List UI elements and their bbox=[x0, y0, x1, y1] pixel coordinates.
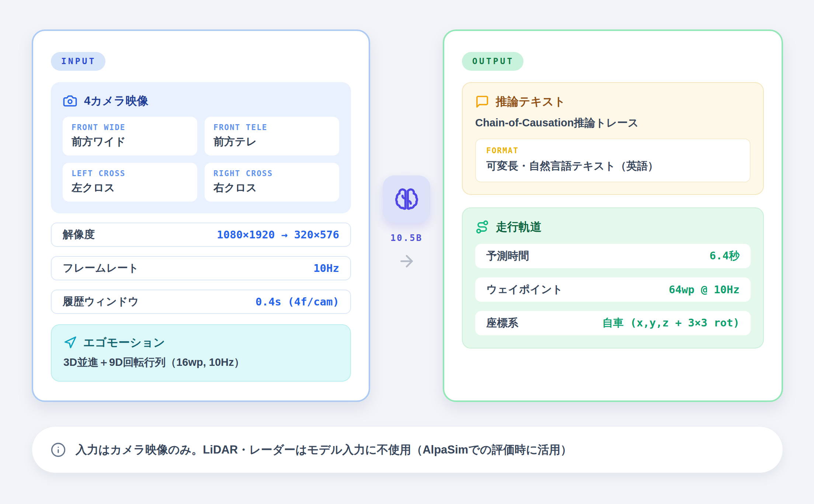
trajectory-section: 走行軌道 予測時間 6.4秒 ウェイポイント 64wp @ 10Hz 座標系 自… bbox=[462, 207, 764, 349]
camera-section-title: 4カメラ映像 bbox=[84, 93, 148, 109]
chat-bubble-icon bbox=[475, 95, 489, 109]
trajectory-row-waypoints: ウェイポイント 64wp @ 10Hz bbox=[475, 277, 751, 302]
model-tile bbox=[383, 175, 430, 223]
trajectory-label: 座標系 bbox=[486, 316, 518, 330]
trajectory-value: 6.4秒 bbox=[710, 249, 740, 263]
camera-card-label: RIGHT CROSS bbox=[213, 169, 330, 178]
spec-row-framerate: フレームレート 10Hz bbox=[51, 256, 351, 280]
camera-card-name: 前方ワイド bbox=[72, 134, 188, 149]
spec-value: 1080×1920 → 320×576 bbox=[217, 228, 339, 241]
route-icon bbox=[475, 220, 489, 234]
spec-row-history-window: 履歴ウィンドウ 0.4s (4f/cam) bbox=[51, 290, 351, 314]
info-circle-icon bbox=[51, 442, 66, 458]
arrow-right-icon bbox=[397, 252, 416, 270]
camera-card-right-cross: RIGHT CROSS 右クロス bbox=[205, 163, 339, 202]
input-badge: INPUT bbox=[51, 52, 105, 71]
ego-motion-section: エゴモーション 3D並進＋9D回転行列（16wp, 10Hz） bbox=[51, 324, 351, 382]
ego-motion-title: エゴモーション bbox=[83, 335, 165, 350]
reasoning-title: 推論テキスト bbox=[496, 94, 566, 109]
camera-card-front-tele: FRONT TELE 前方テレ bbox=[205, 117, 339, 155]
camera-card-name: 前方テレ bbox=[213, 134, 330, 149]
spec-value: 0.4s (4f/cam) bbox=[255, 295, 339, 308]
spec-label: フレームレート bbox=[63, 261, 139, 276]
trajectory-value: 自車 (x,y,z + 3×3 rot) bbox=[602, 316, 740, 330]
trajectory-value: 64wp @ 10Hz bbox=[669, 283, 740, 296]
format-card: FORMAT 可変長・自然言語テキスト（英語） bbox=[475, 139, 751, 182]
trajectory-label: 予測時間 bbox=[486, 249, 529, 263]
diagram-top-row: INPUT 4カメラ映像 FRONT WIDE 前方ワイド FRONT T bbox=[32, 29, 783, 402]
camera-card-label: FRONT WIDE bbox=[72, 123, 188, 132]
format-label: FORMAT bbox=[486, 146, 740, 155]
trajectory-row-horizon: 予測時間 6.4秒 bbox=[475, 244, 751, 268]
camera-card-left-cross: LEFT CROSS 左クロス bbox=[63, 163, 197, 202]
trajectory-title: 走行軌道 bbox=[496, 219, 542, 235]
ego-motion-description: 3D並進＋9D回転行列（16wp, 10Hz） bbox=[63, 355, 338, 370]
spec-value: 10Hz bbox=[313, 262, 339, 274]
model-connector: 10.5B bbox=[370, 29, 443, 402]
spec-row-resolution: 解像度 1080×1920 → 320×576 bbox=[51, 223, 351, 247]
trajectory-row-coordinates: 座標系 自車 (x,y,z + 3×3 rot) bbox=[475, 311, 751, 335]
format-value: 可変長・自然言語テキスト（英語） bbox=[486, 159, 740, 174]
camera-card-front-wide: FRONT WIDE 前方ワイド bbox=[63, 117, 197, 155]
camera-grid: FRONT WIDE 前方ワイド FRONT TELE 前方テレ LEFT CR… bbox=[63, 117, 339, 202]
brain-icon bbox=[394, 187, 419, 212]
footer-note-text: 入力はカメラ映像のみ。LiDAR・レーダーはモデル入力に不使用（AlpaSimで… bbox=[76, 442, 572, 458]
trajectory-label: ウェイポイント bbox=[486, 282, 563, 297]
camera-card-name: 右クロス bbox=[213, 181, 330, 195]
footer-note-bar: 入力はカメラ映像のみ。LiDAR・レーダーはモデル入力に不使用（AlpaSimで… bbox=[32, 426, 783, 473]
reasoning-text-section: 推論テキスト Chain-of-Causation推論トレース FORMAT 可… bbox=[462, 82, 764, 195]
camera-icon bbox=[63, 94, 77, 108]
input-panel: INPUT 4カメラ映像 FRONT WIDE 前方ワイド FRONT T bbox=[32, 29, 370, 402]
camera-section: 4カメラ映像 FRONT WIDE 前方ワイド FRONT TELE 前方テレ … bbox=[51, 82, 351, 213]
model-params-label: 10.5B bbox=[390, 233, 422, 243]
output-panel: OUTPUT 推論テキスト Chain-of-Causation推論トレース F… bbox=[443, 29, 783, 402]
navigation-arrow-icon bbox=[63, 336, 77, 349]
spec-label: 解像度 bbox=[63, 227, 95, 242]
spec-label: 履歴ウィンドウ bbox=[63, 294, 139, 309]
camera-card-label: FRONT TELE bbox=[213, 123, 330, 132]
camera-card-label: LEFT CROSS bbox=[72, 169, 188, 178]
camera-card-name: 左クロス bbox=[72, 181, 188, 195]
output-badge: OUTPUT bbox=[462, 52, 523, 71]
reasoning-subtitle: Chain-of-Causation推論トレース bbox=[475, 116, 751, 130]
